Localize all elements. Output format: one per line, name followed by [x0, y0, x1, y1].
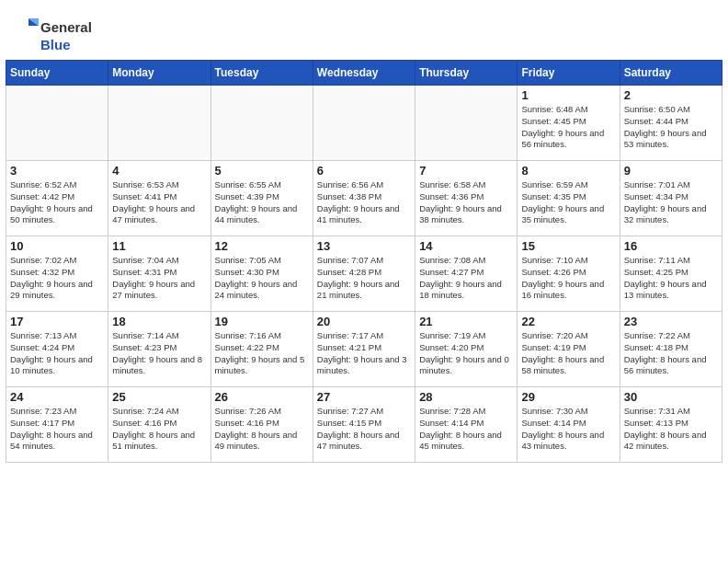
day-cell: [313, 86, 415, 161]
day-cell: 22Sunrise: 7:20 AM Sunset: 4:19 PM Dayli…: [518, 312, 620, 387]
day-number: 26: [215, 390, 309, 404]
weekday-header-saturday: Saturday: [620, 61, 722, 86]
week-row-4: 17Sunrise: 7:13 AM Sunset: 4:24 PM Dayli…: [6, 312, 722, 387]
weekday-header-row: SundayMondayTuesdayWednesdayThursdayFrid…: [6, 61, 722, 86]
day-cell: 27Sunrise: 7:27 AM Sunset: 4:15 PM Dayli…: [313, 387, 415, 463]
day-number: 12: [215, 239, 309, 253]
day-number: 9: [624, 164, 718, 178]
day-cell: 7Sunrise: 6:58 AM Sunset: 4:36 PM Daylig…: [415, 161, 518, 236]
day-info: Sunrise: 6:50 AM Sunset: 4:44 PM Dayligh…: [624, 104, 718, 151]
day-info: Sunrise: 7:01 AM Sunset: 4:34 PM Dayligh…: [624, 179, 718, 226]
logo-general-text: General: [40, 19, 92, 35]
day-info: Sunrise: 7:11 AM Sunset: 4:25 PM Dayligh…: [624, 255, 718, 302]
logo-bird-icon: [18, 17, 39, 37]
day-info: Sunrise: 7:26 AM Sunset: 4:16 PM Dayligh…: [215, 406, 309, 453]
day-cell: [108, 86, 210, 161]
day-info: Sunrise: 6:59 AM Sunset: 4:35 PM Dayligh…: [521, 179, 615, 226]
day-number: 10: [10, 239, 104, 253]
day-cell: [415, 86, 518, 161]
logo-blue-text: Blue: [40, 37, 71, 52]
day-info: Sunrise: 7:13 AM Sunset: 4:24 PM Dayligh…: [10, 330, 104, 377]
day-number: 2: [624, 88, 718, 102]
day-number: 20: [317, 315, 411, 328]
day-number: 15: [521, 239, 615, 253]
day-info: Sunrise: 7:05 AM Sunset: 4:30 PM Dayligh…: [215, 255, 309, 302]
day-info: Sunrise: 7:24 AM Sunset: 4:16 PM Dayligh…: [112, 406, 206, 453]
day-number: 18: [112, 315, 206, 328]
day-info: Sunrise: 7:20 AM Sunset: 4:19 PM Dayligh…: [521, 330, 615, 377]
day-number: 25: [112, 390, 206, 404]
day-cell: 5Sunrise: 6:55 AM Sunset: 4:39 PM Daylig…: [210, 161, 313, 236]
day-info: Sunrise: 7:14 AM Sunset: 4:23 PM Dayligh…: [112, 330, 206, 377]
day-number: 13: [317, 239, 411, 253]
day-number: 7: [419, 164, 513, 178]
day-cell: 1Sunrise: 6:48 AM Sunset: 4:45 PM Daylig…: [518, 86, 620, 161]
week-row-5: 24Sunrise: 7:23 AM Sunset: 4:17 PM Dayli…: [6, 387, 722, 463]
weekday-header-wednesday: Wednesday: [313, 61, 415, 86]
day-info: Sunrise: 6:53 AM Sunset: 4:41 PM Dayligh…: [112, 179, 206, 226]
day-cell: [6, 86, 108, 161]
day-cell: 25Sunrise: 7:24 AM Sunset: 4:16 PM Dayli…: [108, 387, 210, 463]
day-cell: 14Sunrise: 7:08 AM Sunset: 4:27 PM Dayli…: [415, 236, 518, 312]
day-cell: 15Sunrise: 7:10 AM Sunset: 4:26 PM Dayli…: [518, 236, 620, 312]
day-cell: 10Sunrise: 7:02 AM Sunset: 4:32 PM Dayli…: [6, 236, 108, 312]
week-row-1: 1Sunrise: 6:48 AM Sunset: 4:45 PM Daylig…: [6, 86, 722, 161]
day-number: 4: [112, 164, 206, 178]
day-cell: 2Sunrise: 6:50 AM Sunset: 4:44 PM Daylig…: [620, 86, 722, 161]
day-cell: 17Sunrise: 7:13 AM Sunset: 4:24 PM Dayli…: [6, 312, 108, 387]
day-cell: 24Sunrise: 7:23 AM Sunset: 4:17 PM Dayli…: [6, 387, 108, 463]
day-number: 14: [419, 239, 513, 253]
day-info: Sunrise: 7:04 AM Sunset: 4:31 PM Dayligh…: [112, 255, 206, 302]
day-info: Sunrise: 6:58 AM Sunset: 4:36 PM Dayligh…: [419, 179, 513, 226]
day-cell: 4Sunrise: 6:53 AM Sunset: 4:41 PM Daylig…: [108, 161, 210, 236]
day-info: Sunrise: 6:52 AM Sunset: 4:42 PM Dayligh…: [10, 179, 104, 226]
day-info: Sunrise: 7:19 AM Sunset: 4:20 PM Dayligh…: [419, 330, 513, 377]
day-cell: [210, 86, 313, 161]
day-cell: 29Sunrise: 7:30 AM Sunset: 4:14 PM Dayli…: [518, 387, 620, 463]
weekday-header-monday: Monday: [108, 61, 210, 86]
day-info: Sunrise: 7:07 AM Sunset: 4:28 PM Dayligh…: [317, 255, 411, 302]
day-info: Sunrise: 7:17 AM Sunset: 4:21 PM Dayligh…: [317, 330, 411, 377]
day-cell: 26Sunrise: 7:26 AM Sunset: 4:16 PM Dayli…: [210, 387, 313, 463]
day-info: Sunrise: 7:23 AM Sunset: 4:17 PM Dayligh…: [10, 406, 104, 453]
day-info: Sunrise: 7:16 AM Sunset: 4:22 PM Dayligh…: [215, 330, 309, 377]
day-number: 19: [215, 315, 309, 328]
day-number: 6: [317, 164, 411, 178]
day-info: Sunrise: 7:31 AM Sunset: 4:13 PM Dayligh…: [624, 406, 718, 453]
day-number: 24: [10, 390, 104, 404]
day-cell: 12Sunrise: 7:05 AM Sunset: 4:30 PM Dayli…: [210, 236, 313, 312]
day-cell: 13Sunrise: 7:07 AM Sunset: 4:28 PM Dayli…: [313, 236, 415, 312]
day-info: Sunrise: 7:30 AM Sunset: 4:14 PM Dayligh…: [521, 406, 615, 453]
day-number: 23: [624, 315, 718, 328]
day-number: 8: [521, 164, 615, 178]
logo: General Blue: [18, 17, 92, 52]
header: General Blue: [0, 0, 728, 60]
weekday-header-thursday: Thursday: [415, 61, 518, 86]
day-number: 5: [215, 164, 309, 178]
day-number: 29: [521, 390, 615, 404]
day-info: Sunrise: 7:02 AM Sunset: 4:32 PM Dayligh…: [10, 255, 104, 302]
day-info: Sunrise: 7:28 AM Sunset: 4:14 PM Dayligh…: [419, 406, 513, 453]
day-info: Sunrise: 7:08 AM Sunset: 4:27 PM Dayligh…: [419, 255, 513, 302]
day-cell: 9Sunrise: 7:01 AM Sunset: 4:34 PM Daylig…: [620, 161, 722, 236]
calendar-wrapper: SundayMondayTuesdayWednesdayThursdayFrid…: [0, 60, 728, 468]
day-info: Sunrise: 7:22 AM Sunset: 4:18 PM Dayligh…: [624, 330, 718, 377]
day-info: Sunrise: 7:27 AM Sunset: 4:15 PM Dayligh…: [317, 406, 411, 453]
day-number: 27: [317, 390, 411, 404]
day-info: Sunrise: 7:10 AM Sunset: 4:26 PM Dayligh…: [521, 255, 615, 302]
day-number: 22: [521, 315, 615, 328]
day-cell: 28Sunrise: 7:28 AM Sunset: 4:14 PM Dayli…: [415, 387, 518, 463]
day-cell: 16Sunrise: 7:11 AM Sunset: 4:25 PM Dayli…: [620, 236, 722, 312]
day-cell: 20Sunrise: 7:17 AM Sunset: 4:21 PM Dayli…: [313, 312, 415, 387]
day-number: 11: [112, 239, 206, 253]
day-cell: 19Sunrise: 7:16 AM Sunset: 4:22 PM Dayli…: [210, 312, 313, 387]
day-cell: 30Sunrise: 7:31 AM Sunset: 4:13 PM Dayli…: [620, 387, 722, 463]
day-number: 16: [624, 239, 718, 253]
day-number: 1: [521, 88, 615, 102]
day-cell: 6Sunrise: 6:56 AM Sunset: 4:38 PM Daylig…: [313, 161, 415, 236]
day-number: 21: [419, 315, 513, 328]
weekday-header-friday: Friday: [518, 61, 620, 86]
day-info: Sunrise: 6:55 AM Sunset: 4:39 PM Dayligh…: [215, 179, 309, 226]
day-cell: 3Sunrise: 6:52 AM Sunset: 4:42 PM Daylig…: [6, 161, 108, 236]
day-number: 30: [624, 390, 718, 404]
